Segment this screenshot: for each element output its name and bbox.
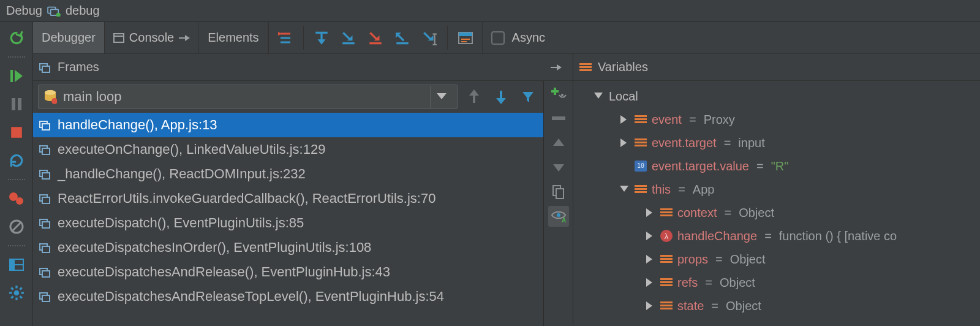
separator — [8, 179, 25, 180]
expander-right-icon[interactable] — [644, 300, 655, 311]
variable-row[interactable]: 10event.target.value = "R" — [576, 154, 978, 178]
expander-right-icon[interactable] — [644, 254, 655, 265]
variable-name: event — [652, 113, 682, 127]
frame-item[interactable]: executeDispatchesAndRelease(), EventPlug… — [33, 260, 543, 284]
frame-label: executeDispatchesAndReleaseTopLevel(), E… — [58, 289, 444, 305]
frame-label: executeDispatchesAndRelease(), EventPlug… — [58, 264, 390, 280]
svg-point-84 — [561, 94, 564, 96]
tab-debugger[interactable]: Debugger — [33, 22, 105, 53]
frame-item[interactable]: _handleChange(), ReactDOMInput.js:232 — [33, 162, 543, 186]
frame-list[interactable]: handleChange(), App.js:13executeOnChange… — [33, 113, 543, 326]
move-watch-up-button[interactable] — [548, 132, 569, 153]
object-icon — [635, 184, 647, 195]
expander-right-icon[interactable] — [644, 207, 655, 218]
show-watches-button[interactable]: A — [548, 206, 569, 227]
thread-selector[interactable]: main loop — [38, 85, 458, 109]
svg-rect-3 — [10, 70, 13, 82]
move-watch-down-button[interactable] — [548, 157, 569, 178]
object-icon — [635, 137, 647, 148]
tab-console[interactable]: Console — [105, 22, 199, 53]
frame-icon — [39, 217, 51, 229]
variables-panel-header: Variables — [573, 54, 980, 81]
variable-row[interactable]: this = App — [576, 178, 978, 201]
svg-marker-93 — [620, 115, 627, 124]
remove-watch-button[interactable] — [548, 108, 569, 129]
open-frames-new-icon[interactable] — [546, 57, 567, 78]
layout-settings-button[interactable] — [4, 252, 29, 277]
variable-row[interactable]: props = Object — [576, 248, 978, 271]
expander-right-icon[interactable] — [619, 114, 630, 125]
expander-right-icon[interactable] — [644, 277, 655, 288]
evaluate-expression-button[interactable] — [455, 28, 476, 48]
frame-icon — [39, 241, 51, 254]
async-toggle[interactable]: Async — [482, 22, 554, 53]
variable-value: function () { [native co — [779, 229, 897, 243]
frame-item[interactable]: executeOnChange(), LinkedValueUtils.js:1… — [33, 137, 543, 162]
add-watch-button[interactable] — [548, 83, 569, 104]
variable-row[interactable]: λhandleChange = function () { [native co — [576, 224, 978, 248]
stop-button[interactable] — [4, 120, 29, 145]
expander-down-icon[interactable] — [593, 91, 604, 102]
frame-item[interactable]: handleChange(), App.js:13 — [33, 113, 543, 137]
frame-label: ReactErrorUtils.invokeGuardedCallback(),… — [58, 191, 435, 207]
svg-marker-27 — [185, 35, 190, 41]
variable-value: input — [738, 136, 764, 150]
frame-label: executeOnChange(), LinkedValueUtils.js:1… — [58, 142, 325, 157]
variable-row[interactable]: event = Proxy — [576, 108, 978, 131]
scope-name: Local — [609, 89, 638, 104]
variable-name: state — [677, 299, 704, 313]
svg-marker-96 — [646, 208, 652, 217]
svg-marker-64 — [496, 98, 506, 104]
svg-line-23 — [20, 287, 21, 289]
expander-right-icon[interactable] — [644, 230, 655, 241]
copy-watch-button[interactable] — [548, 181, 569, 202]
frame-icon — [39, 119, 51, 131]
svg-rect-24 — [114, 34, 124, 42]
equals: = — [703, 276, 715, 290]
run-config-name: debug — [66, 4, 100, 18]
show-execution-point-button[interactable] — [275, 28, 296, 48]
expander-down-icon[interactable] — [619, 184, 630, 195]
variable-row[interactable]: event.target = input — [576, 131, 978, 154]
async-checkbox[interactable] — [491, 31, 505, 45]
step-out-button[interactable] — [392, 28, 413, 48]
frame-item[interactable]: executeDispatchesInOrder(), EventPluginU… — [33, 235, 543, 260]
resume-button[interactable] — [4, 64, 29, 88]
svg-marker-87 — [553, 164, 564, 172]
variable-name: props — [677, 252, 708, 267]
svg-marker-99 — [646, 278, 652, 287]
step-into-button[interactable] — [338, 28, 359, 48]
variable-row[interactable]: refs = Object — [576, 271, 978, 294]
open-console-new-icon[interactable] — [179, 34, 190, 42]
tab-elements[interactable]: Elements — [199, 22, 268, 53]
settings-button[interactable] — [4, 281, 29, 305]
frame-item[interactable]: executeDispatchesAndReleaseTopLevel(), E… — [33, 284, 543, 309]
svg-point-15 — [13, 290, 19, 296]
filter-frames-button[interactable] — [518, 86, 538, 107]
frame-item[interactable]: ReactErrorUtils.invokeGuardedCallback(),… — [33, 186, 543, 211]
svg-marker-94 — [620, 138, 627, 147]
expander-right-icon[interactable] — [619, 137, 630, 148]
variable-row[interactable]: context = Object — [576, 201, 978, 224]
object-icon — [635, 114, 647, 125]
previous-frame-button[interactable] — [464, 86, 484, 107]
rerun-debug-button[interactable] — [4, 148, 29, 173]
variable-row[interactable]: state = Object — [576, 294, 978, 317]
svg-rect-71 — [42, 173, 50, 179]
thread-icon — [43, 89, 57, 104]
rerun-button[interactable] — [4, 26, 29, 50]
svg-rect-69 — [42, 148, 50, 154]
pause-button[interactable] — [4, 92, 29, 116]
force-step-into-button[interactable] — [365, 28, 386, 48]
scope-row[interactable]: Local — [576, 85, 978, 108]
mute-breakpoints-button[interactable] — [4, 214, 29, 239]
separator — [8, 56, 25, 58]
variables-tree[interactable]: Local event = Proxyevent.target = input1… — [573, 81, 980, 326]
run-to-cursor-button[interactable] — [419, 28, 440, 48]
primitive-icon: 10 — [635, 161, 647, 172]
frame-item[interactable]: executeDispatch(), EventPluginUtils.js:8… — [33, 211, 543, 235]
next-frame-button[interactable] — [491, 86, 511, 107]
breakpoints-button[interactable] — [4, 186, 29, 211]
step-over-button[interactable] — [311, 28, 332, 48]
frame-label: handleChange(), App.js:13 — [58, 117, 217, 133]
